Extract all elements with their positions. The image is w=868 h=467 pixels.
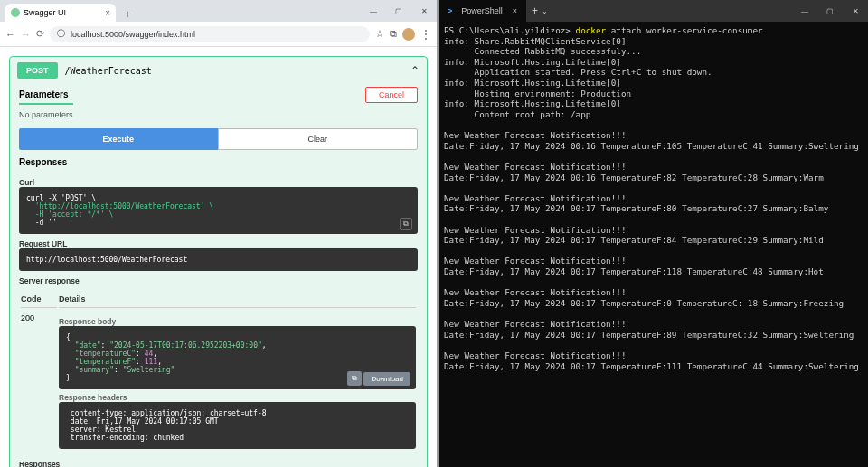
address-input[interactable]: ⓘ localhost:5000/swagger/index.html [50, 26, 370, 42]
profile-avatar[interactable] [402, 28, 415, 41]
close-terminal-tab-icon[interactable]: × [513, 6, 517, 15]
swagger-panel: POST /WeatherForecast ⌃ Parameters Cance… [0, 47, 437, 467]
execute-button[interactable]: Execute [19, 128, 218, 150]
maximize-icon[interactable]: ▢ [386, 0, 411, 22]
powershell-icon: >_ [448, 6, 457, 15]
forward-icon[interactable]: → [21, 29, 31, 40]
close-window-icon[interactable]: ✕ [411, 0, 437, 22]
response-body-label: Response body [59, 313, 416, 326]
favicon [11, 8, 20, 17]
url-text: localhost:5000/swagger/index.html [71, 30, 195, 39]
request-url-label: Request URL [19, 234, 418, 248]
terminal-tabs: >_ PowerShell × +⌄ — ▢ ✕ [439, 0, 868, 22]
new-terminal-tab-button[interactable]: +⌄ [526, 0, 553, 22]
minimize-icon[interactable]: — [361, 0, 386, 22]
response-headers-label: Response headers [59, 389, 416, 402]
menu-icon[interactable]: ⋮ [420, 28, 431, 41]
status-code: 200 [21, 310, 57, 453]
term-close-icon[interactable]: ✕ [843, 0, 868, 22]
http-method-badge: POST [17, 62, 58, 79]
browser-window: Swagger UI × + — ▢ ✕ ← → ⟳ ⓘ localhost:5… [0, 0, 439, 467]
cancel-button[interactable]: Cancel [365, 87, 418, 103]
terminal-window: >_ PowerShell × +⌄ — ▢ ✕ PS C:\Users\ali… [439, 0, 868, 467]
clear-button[interactable]: Clear [218, 128, 419, 150]
url-bar: ← → ⟳ ⓘ localhost:5000/swagger/index.htm… [0, 22, 437, 47]
curl-label: Curl [19, 173, 418, 187]
new-tab-button[interactable]: + [119, 5, 136, 22]
reload-icon[interactable]: ⟳ [36, 28, 44, 40]
operation-block: POST /WeatherForecast ⌃ Parameters Cance… [9, 56, 428, 467]
term-minimize-icon[interactable]: — [792, 0, 817, 22]
details-column: Details [59, 291, 416, 308]
code-column: Code [21, 291, 57, 308]
browser-tabs: Swagger UI × + — ▢ ✕ [0, 0, 437, 22]
parameters-tab[interactable]: Parameters [19, 84, 73, 105]
curl-code: curl -X 'POST' \ 'http://localhost:5000/… [19, 187, 418, 234]
browser-tab[interactable]: Swagger UI × [5, 4, 116, 22]
term-maximize-icon[interactable]: ▢ [817, 0, 843, 22]
star-icon[interactable]: ☆ [375, 28, 384, 40]
responses-heading: Responses [19, 150, 418, 173]
terminal-tab[interactable]: >_ PowerShell × [439, 0, 526, 22]
responses-label2: Responses [19, 454, 418, 467]
extensions-icon[interactable]: ⧉ [390, 28, 397, 40]
chevron-up-icon[interactable]: ⌃ [410, 64, 420, 77]
endpoint-path: /WeatherForecast [65, 66, 152, 76]
tab-title: Swagger UI [24, 8, 66, 17]
back-icon[interactable]: ← [5, 29, 15, 40]
terminal-output[interactable]: PS C:\Users\ali.yildizoz> docker attach … [439, 22, 868, 467]
no-parameters-text: No parameters [19, 105, 418, 125]
operation-header[interactable]: POST /WeatherForecast ⌃ [10, 57, 427, 84]
response-headers-box: content-type: application/json; charset=… [59, 402, 416, 449]
terminal-tab-title: PowerShell [461, 6, 503, 15]
download-button[interactable]: Download [363, 372, 410, 386]
site-info-icon[interactable]: ⓘ [57, 28, 65, 40]
copy-body-icon[interactable]: ⧉ [347, 371, 362, 386]
close-tab-icon[interactable]: × [105, 8, 110, 18]
copy-icon[interactable]: ⧉ [400, 218, 412, 230]
request-url-box: http://localhost:5000/WeatherForecast [19, 248, 418, 271]
server-response-label: Server response [19, 271, 418, 285]
response-body-box: { "date": "2024-05-17T00:17:06.2952203+0… [59, 326, 416, 389]
